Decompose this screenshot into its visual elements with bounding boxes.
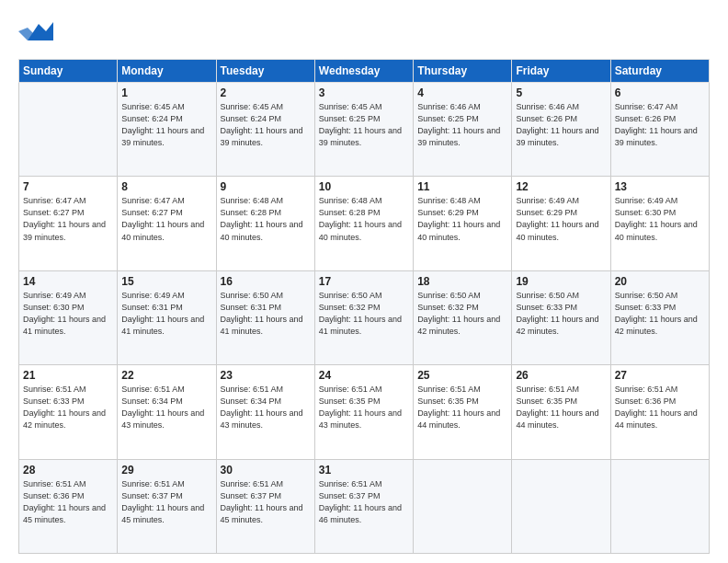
header-saturday: Saturday: [610, 60, 709, 83]
header: [18, 15, 710, 50]
calendar-cell: 11Sunrise: 6:48 AMSunset: 6:29 PMDayligh…: [414, 177, 512, 270]
cell-info: Sunrise: 6:46 AMSunset: 6:26 PMDaylight:…: [516, 101, 606, 149]
cell-info: Sunrise: 6:51 AMSunset: 6:35 PMDaylight:…: [319, 384, 409, 431]
day-number: 7: [23, 180, 113, 193]
day-number: 29: [121, 464, 211, 477]
day-number: 15: [121, 275, 211, 288]
day-number: 8: [121, 180, 211, 193]
calendar-cell: [414, 459, 512, 553]
cell-info: Sunrise: 6:50 AMSunset: 6:32 PMDaylight:…: [417, 290, 507, 338]
cell-info: Sunrise: 6:51 AMSunset: 6:36 PMDaylight:…: [615, 384, 705, 431]
day-number: 28: [23, 464, 113, 477]
calendar-table: SundayMondayTuesdayWednesdayThursdayFrid…: [18, 59, 710, 554]
day-number: 24: [319, 369, 409, 382]
week-row-3: 21Sunrise: 6:51 AMSunset: 6:33 PMDayligh…: [19, 365, 710, 459]
calendar-cell: [610, 459, 709, 553]
day-number: 23: [221, 369, 311, 382]
cell-info: Sunrise: 6:47 AMSunset: 6:27 PMDaylight:…: [23, 195, 113, 243]
day-number: 13: [615, 180, 705, 193]
week-row-1: 7Sunrise: 6:47 AMSunset: 6:27 PMDaylight…: [19, 177, 710, 270]
cell-info: Sunrise: 6:51 AMSunset: 6:37 PMDaylight:…: [221, 478, 311, 526]
day-number: 25: [417, 369, 507, 382]
day-number: 27: [615, 369, 705, 382]
calendar-cell: 14Sunrise: 6:49 AMSunset: 6:30 PMDayligh…: [19, 270, 118, 364]
calendar-cell: 31Sunrise: 6:51 AMSunset: 6:37 PMDayligh…: [314, 459, 413, 553]
cell-info: Sunrise: 6:48 AMSunset: 6:28 PMDaylight:…: [319, 195, 409, 243]
calendar-cell: 2Sunrise: 6:45 AMSunset: 6:24 PMDaylight…: [216, 83, 314, 177]
cell-info: Sunrise: 6:51 AMSunset: 6:34 PMDaylight:…: [121, 384, 211, 431]
calendar-cell: 1Sunrise: 6:45 AMSunset: 6:24 PMDaylight…: [118, 83, 216, 177]
calendar-cell: 24Sunrise: 6:51 AMSunset: 6:35 PMDayligh…: [314, 365, 413, 459]
cell-info: Sunrise: 6:45 AMSunset: 6:24 PMDaylight:…: [121, 101, 211, 149]
header-tuesday: Tuesday: [216, 60, 314, 83]
cell-info: Sunrise: 6:51 AMSunset: 6:36 PMDaylight:…: [23, 478, 113, 526]
calendar-cell: 21Sunrise: 6:51 AMSunset: 6:33 PMDayligh…: [19, 365, 118, 459]
page: SundayMondayTuesdayWednesdayThursdayFrid…: [0, 0, 728, 563]
calendar-cell: 30Sunrise: 6:51 AMSunset: 6:37 PMDayligh…: [216, 459, 314, 553]
header-monday: Monday: [118, 60, 216, 83]
day-number: 20: [615, 275, 705, 288]
week-row-2: 14Sunrise: 6:49 AMSunset: 6:30 PMDayligh…: [19, 270, 710, 364]
calendar-cell: 23Sunrise: 6:51 AMSunset: 6:34 PMDayligh…: [216, 365, 314, 459]
calendar-cell: 22Sunrise: 6:51 AMSunset: 6:34 PMDayligh…: [118, 365, 216, 459]
calendar-cell: 25Sunrise: 6:51 AMSunset: 6:35 PMDayligh…: [414, 365, 512, 459]
calendar-cell: 27Sunrise: 6:51 AMSunset: 6:36 PMDayligh…: [610, 365, 709, 459]
cell-info: Sunrise: 6:50 AMSunset: 6:31 PMDaylight:…: [221, 290, 311, 338]
cell-info: Sunrise: 6:51 AMSunset: 6:37 PMDaylight:…: [121, 478, 211, 526]
svg-marker-0: [28, 22, 53, 40]
cell-info: Sunrise: 6:49 AMSunset: 6:30 PMDaylight:…: [615, 195, 705, 243]
week-row-4: 28Sunrise: 6:51 AMSunset: 6:36 PMDayligh…: [19, 459, 710, 553]
calendar-header-row: SundayMondayTuesdayWednesdayThursdayFrid…: [19, 60, 710, 83]
calendar-cell: 15Sunrise: 6:49 AMSunset: 6:31 PMDayligh…: [118, 270, 216, 364]
calendar-cell: 3Sunrise: 6:45 AMSunset: 6:25 PMDaylight…: [314, 83, 413, 177]
day-number: 10: [319, 180, 409, 193]
header-wednesday: Wednesday: [314, 60, 413, 83]
calendar-cell: 4Sunrise: 6:46 AMSunset: 6:25 PMDaylight…: [414, 83, 512, 177]
calendar-cell: 7Sunrise: 6:47 AMSunset: 6:27 PMDaylight…: [19, 177, 118, 270]
calendar-cell: 20Sunrise: 6:50 AMSunset: 6:33 PMDayligh…: [610, 270, 709, 364]
day-number: 3: [319, 86, 409, 99]
calendar-cell: [512, 459, 610, 553]
cell-info: Sunrise: 6:51 AMSunset: 6:33 PMDaylight:…: [23, 384, 113, 431]
calendar-cell: 29Sunrise: 6:51 AMSunset: 6:37 PMDayligh…: [118, 459, 216, 553]
logo-bird-icon: [18, 15, 53, 50]
cell-info: Sunrise: 6:47 AMSunset: 6:26 PMDaylight:…: [615, 101, 705, 149]
cell-info: Sunrise: 6:51 AMSunset: 6:35 PMDaylight:…: [417, 384, 507, 431]
day-number: 18: [417, 275, 507, 288]
calendar-cell: 18Sunrise: 6:50 AMSunset: 6:32 PMDayligh…: [414, 270, 512, 364]
day-number: 11: [417, 180, 507, 193]
calendar-cell: 5Sunrise: 6:46 AMSunset: 6:26 PMDaylight…: [512, 83, 610, 177]
day-number: 14: [23, 275, 113, 288]
cell-info: Sunrise: 6:49 AMSunset: 6:31 PMDaylight:…: [121, 290, 211, 338]
calendar-cell: [19, 83, 118, 177]
cell-info: Sunrise: 6:50 AMSunset: 6:33 PMDaylight:…: [516, 290, 606, 338]
cell-info: Sunrise: 6:48 AMSunset: 6:28 PMDaylight:…: [221, 195, 311, 243]
day-number: 26: [516, 369, 606, 382]
day-number: 30: [221, 464, 311, 477]
day-number: 19: [516, 275, 606, 288]
day-number: 31: [319, 464, 409, 477]
cell-info: Sunrise: 6:51 AMSunset: 6:34 PMDaylight:…: [221, 384, 311, 431]
cell-info: Sunrise: 6:51 AMSunset: 6:35 PMDaylight:…: [516, 384, 606, 431]
calendar-cell: 17Sunrise: 6:50 AMSunset: 6:32 PMDayligh…: [314, 270, 413, 364]
calendar-cell: 16Sunrise: 6:50 AMSunset: 6:31 PMDayligh…: [216, 270, 314, 364]
calendar-cell: 26Sunrise: 6:51 AMSunset: 6:35 PMDayligh…: [512, 365, 610, 459]
day-number: 17: [319, 275, 409, 288]
header-sunday: Sunday: [19, 60, 118, 83]
cell-info: Sunrise: 6:47 AMSunset: 6:27 PMDaylight:…: [121, 195, 211, 243]
cell-info: Sunrise: 6:49 AMSunset: 6:29 PMDaylight:…: [516, 195, 606, 243]
day-number: 16: [221, 275, 311, 288]
day-number: 2: [221, 86, 311, 99]
cell-info: Sunrise: 6:49 AMSunset: 6:30 PMDaylight:…: [23, 290, 113, 338]
day-number: 4: [417, 86, 507, 99]
day-number: 6: [615, 86, 705, 99]
header-thursday: Thursday: [414, 60, 512, 83]
calendar-cell: 13Sunrise: 6:49 AMSunset: 6:30 PMDayligh…: [610, 177, 709, 270]
day-number: 1: [121, 86, 211, 99]
calendar-cell: 12Sunrise: 6:49 AMSunset: 6:29 PMDayligh…: [512, 177, 610, 270]
cell-info: Sunrise: 6:50 AMSunset: 6:33 PMDaylight:…: [615, 290, 705, 338]
day-number: 21: [23, 369, 113, 382]
cell-info: Sunrise: 6:45 AMSunset: 6:25 PMDaylight:…: [319, 101, 409, 149]
day-number: 9: [221, 180, 311, 193]
header-friday: Friday: [512, 60, 610, 83]
